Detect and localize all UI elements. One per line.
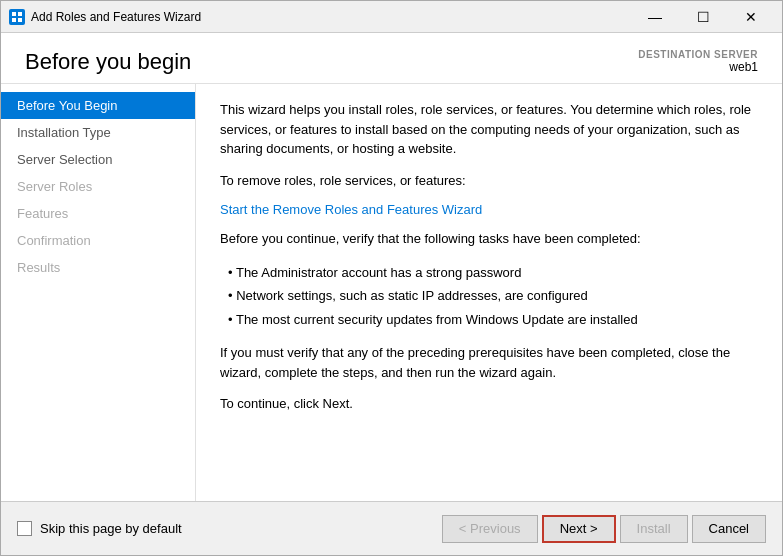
sidebar-item-features: Features bbox=[1, 200, 195, 227]
install-button[interactable]: Install bbox=[620, 515, 688, 543]
sidebar-item-installation-type[interactable]: Installation Type bbox=[1, 119, 195, 146]
skip-page-checkbox[interactable] bbox=[17, 521, 32, 536]
sidebar-item-results: Results bbox=[1, 254, 195, 281]
window-title: Add Roles and Features Wizard bbox=[31, 10, 632, 24]
sidebar-item-before-you-begin[interactable]: Before You Begin bbox=[1, 92, 195, 119]
destination-server-info: DESTINATION SERVER web1 bbox=[638, 49, 758, 74]
page-header: Before you begin DESTINATION SERVER web1 bbox=[1, 33, 782, 84]
footer: Skip this page by default < Previous Nex… bbox=[1, 501, 782, 555]
cancel-button[interactable]: Cancel bbox=[692, 515, 766, 543]
list-item: The most current security updates from W… bbox=[228, 308, 758, 332]
continue-paragraph: To continue, click Next. bbox=[220, 394, 758, 414]
next-button[interactable]: Next > bbox=[542, 515, 616, 543]
remove-wizard-link[interactable]: Start the Remove Roles and Features Wiza… bbox=[220, 202, 482, 217]
prerequisites-list: The Administrator account has a strong p… bbox=[228, 261, 758, 332]
sidebar-item-server-roles: Server Roles bbox=[1, 173, 195, 200]
svg-rect-2 bbox=[12, 18, 16, 22]
list-item: The Administrator account has a strong p… bbox=[228, 261, 758, 285]
remove-paragraph: To remove roles, role services, or featu… bbox=[220, 171, 758, 191]
skip-page-label: Skip this page by default bbox=[40, 521, 182, 536]
footer-left: Skip this page by default bbox=[17, 521, 442, 536]
svg-rect-1 bbox=[18, 12, 22, 16]
destination-label: DESTINATION SERVER bbox=[638, 49, 758, 60]
footer-buttons: < Previous Next > Install Cancel bbox=[442, 515, 766, 543]
svg-rect-3 bbox=[18, 18, 22, 22]
skip-page-checkbox-wrap[interactable]: Skip this page by default bbox=[17, 521, 182, 536]
sidebar-item-server-selection[interactable]: Server Selection bbox=[1, 146, 195, 173]
list-item: Network settings, such as static IP addr… bbox=[228, 284, 758, 308]
window-controls: — ☐ ✕ bbox=[632, 1, 774, 33]
destination-name: web1 bbox=[729, 60, 758, 74]
page-title: Before you begin bbox=[25, 49, 191, 75]
app-icon bbox=[9, 9, 25, 25]
tasks-intro: Before you continue, verify that the fol… bbox=[220, 229, 758, 249]
content-area: Before you begin DESTINATION SERVER web1… bbox=[1, 33, 782, 501]
previous-button[interactable]: < Previous bbox=[442, 515, 538, 543]
sidebar-item-confirmation: Confirmation bbox=[1, 227, 195, 254]
maximize-button[interactable]: ☐ bbox=[680, 1, 726, 33]
sidebar: Before You Begin Installation Type Serve… bbox=[1, 84, 196, 501]
verify-paragraph: If you must verify that any of the prece… bbox=[220, 343, 758, 382]
title-bar: Add Roles and Features Wizard — ☐ ✕ bbox=[1, 1, 782, 33]
intro-paragraph: This wizard helps you install roles, rol… bbox=[220, 100, 758, 159]
main-content: This wizard helps you install roles, rol… bbox=[196, 84, 782, 501]
minimize-button[interactable]: — bbox=[632, 1, 678, 33]
svg-rect-0 bbox=[12, 12, 16, 16]
close-button[interactable]: ✕ bbox=[728, 1, 774, 33]
wizard-window: Add Roles and Features Wizard — ☐ ✕ Befo… bbox=[0, 0, 783, 556]
main-body: Before You Begin Installation Type Serve… bbox=[1, 84, 782, 501]
